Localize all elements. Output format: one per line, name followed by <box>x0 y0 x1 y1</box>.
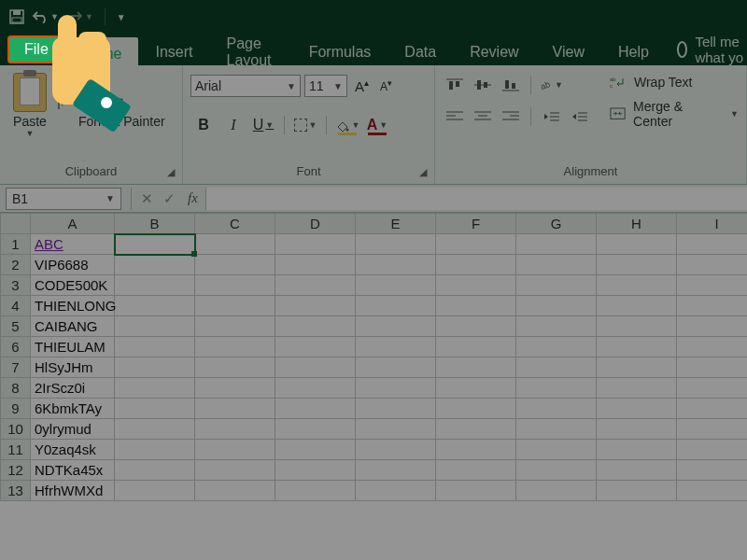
cell[interactable] <box>195 399 275 419</box>
cell[interactable] <box>115 255 195 275</box>
cell[interactable] <box>436 357 516 378</box>
cell[interactable] <box>597 337 677 357</box>
cell[interactable] <box>275 419 356 440</box>
cell[interactable] <box>356 378 436 399</box>
cell[interactable] <box>195 337 275 357</box>
cell[interactable] <box>677 234 748 255</box>
cell[interactable] <box>195 316 275 337</box>
cell[interactable] <box>677 481 748 501</box>
tab-review[interactable]: Review <box>453 34 535 65</box>
row-header[interactable]: 9 <box>1 399 31 419</box>
col-header[interactable]: C <box>195 214 275 234</box>
align-center-button[interactable] <box>471 106 495 127</box>
cell[interactable] <box>436 481 516 501</box>
cell[interactable] <box>115 440 195 460</box>
cell[interactable] <box>516 419 597 440</box>
cell[interactable] <box>516 481 597 501</box>
cell[interactable] <box>195 440 275 460</box>
cell[interactable]: ABC <box>31 234 115 255</box>
cell[interactable] <box>115 399 195 419</box>
cell[interactable] <box>356 399 436 419</box>
cell[interactable] <box>115 296 195 316</box>
tab-help[interactable]: Help <box>601 34 666 65</box>
cell[interactable] <box>356 234 436 255</box>
enter-formula-button[interactable]: ✓ <box>158 190 180 207</box>
cell[interactable] <box>195 275 275 296</box>
cell[interactable]: 6KbmkTAy <box>31 399 115 419</box>
row-header[interactable]: 11 <box>1 440 31 460</box>
cell[interactable] <box>275 255 356 275</box>
cell[interactable]: 2IrScz0i <box>31 378 115 399</box>
cell[interactable] <box>356 481 436 501</box>
row-header[interactable]: 5 <box>1 316 31 337</box>
cell[interactable] <box>516 440 597 460</box>
cell[interactable] <box>516 378 597 399</box>
fill-color-button[interactable]: ▼ <box>334 114 360 136</box>
cell[interactable] <box>195 419 275 440</box>
fx-icon[interactable]: fx <box>188 190 198 206</box>
cell[interactable] <box>275 378 356 399</box>
merge-center-button[interactable]: Merge & Center ▼ <box>610 99 739 129</box>
cell[interactable]: CODE500K <box>31 275 115 296</box>
align-bottom-button[interactable] <box>499 75 523 95</box>
paste-button[interactable]: Paste ▼ <box>7 69 52 138</box>
row-header[interactable]: 12 <box>1 460 31 481</box>
cell[interactable] <box>677 316 748 337</box>
cell[interactable] <box>115 481 195 501</box>
cell[interactable] <box>436 378 516 399</box>
cell[interactable] <box>436 399 516 419</box>
cell[interactable] <box>677 440 748 460</box>
align-right-button[interactable] <box>499 106 523 127</box>
cell[interactable]: CAIBANG <box>31 316 115 337</box>
cell[interactable] <box>195 357 275 378</box>
cell[interactable] <box>275 337 356 357</box>
formula-input[interactable] <box>205 188 747 210</box>
cell[interactable] <box>677 399 748 419</box>
cell[interactable] <box>356 460 436 481</box>
dialog-launcher-icon[interactable]: ◢ <box>419 166 427 178</box>
undo-button[interactable]: ▼ <box>32 10 59 23</box>
cell[interactable] <box>516 337 597 357</box>
italic-button[interactable]: I <box>220 114 247 136</box>
row-header[interactable]: 2 <box>1 255 31 275</box>
cell[interactable]: NDTKa45x <box>31 460 115 481</box>
tab-page-layout[interactable]: Page Layout <box>209 34 291 65</box>
cell[interactable] <box>436 440 516 460</box>
cell[interactable] <box>115 234 195 255</box>
cell[interactable] <box>356 275 436 296</box>
wrap-text-button[interactable]: abc Wrap Text <box>610 75 739 90</box>
col-header[interactable]: B <box>115 214 195 234</box>
decrease-font-button[interactable]: A▾ <box>376 78 396 93</box>
align-middle-button[interactable] <box>471 75 495 95</box>
cell[interactable] <box>597 234 677 255</box>
row-header[interactable]: 6 <box>1 337 31 357</box>
underline-button[interactable]: U▼ <box>250 114 276 136</box>
cell[interactable] <box>275 440 356 460</box>
align-left-button[interactable] <box>443 106 467 127</box>
cell[interactable] <box>115 378 195 399</box>
cell[interactable] <box>275 481 356 501</box>
cell[interactable] <box>275 234 356 255</box>
cell[interactable] <box>436 460 516 481</box>
cell[interactable]: VIP6688 <box>31 255 115 275</box>
cell[interactable] <box>356 296 436 316</box>
cell[interactable] <box>356 316 436 337</box>
font-name-combo[interactable]: Arial ▼ <box>190 75 301 97</box>
name-box[interactable]: B1 ▼ <box>6 188 121 210</box>
decrease-indent-button[interactable] <box>539 106 563 127</box>
cell[interactable] <box>195 234 275 255</box>
cell[interactable] <box>436 337 516 357</box>
col-header[interactable]: I <box>677 214 748 234</box>
cell[interactable] <box>516 234 597 255</box>
cell[interactable] <box>195 460 275 481</box>
cell[interactable] <box>597 440 677 460</box>
cell[interactable] <box>597 296 677 316</box>
cell[interactable] <box>436 234 516 255</box>
row-header[interactable]: 1 <box>1 234 31 255</box>
cell[interactable] <box>597 316 677 337</box>
cell[interactable] <box>115 419 195 440</box>
tab-insert[interactable]: Insert <box>138 34 209 65</box>
cell[interactable]: 0ylrymud <box>31 419 115 440</box>
cell[interactable] <box>115 357 195 378</box>
cell[interactable] <box>677 378 748 399</box>
